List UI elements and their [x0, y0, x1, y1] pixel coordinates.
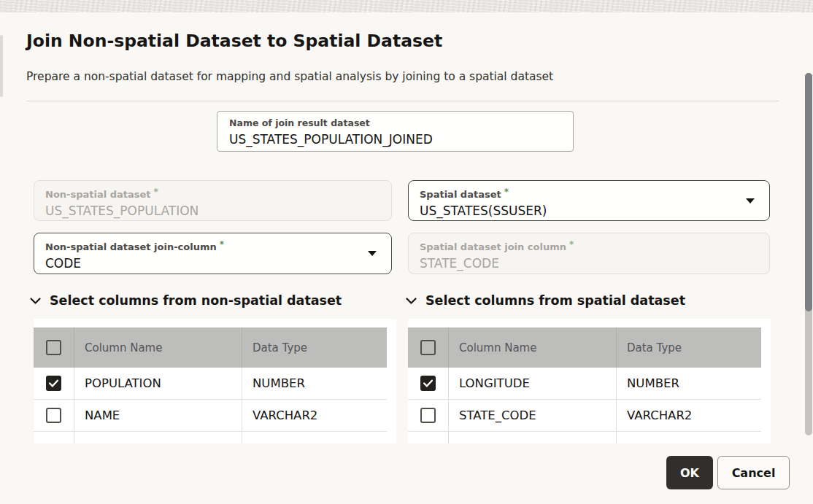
select-all-cell — [408, 327, 449, 368]
dropdown-caret-icon[interactable] — [368, 251, 377, 256]
table-row[interactable]: POPULATION NUMBER — [34, 368, 387, 400]
checkbox-cell — [408, 400, 449, 431]
join-result-name-input[interactable]: Name of join result dataset US_STATES_PO… — [217, 111, 574, 152]
data-type-cell: NUMBER — [617, 368, 761, 399]
row-checkbox[interactable] — [420, 408, 436, 423]
spatial-dataset-select[interactable]: Spatial dataset* US_STATES(SSUSER) — [408, 180, 770, 221]
spatial-columns-section-toggle[interactable]: Select columns from spatial dataset — [405, 293, 685, 308]
table-row[interactable]: LONGITUDE NUMBER — [408, 368, 761, 400]
data-type-cell: VARCHAR2 — [242, 400, 387, 431]
row-checkbox[interactable] — [46, 408, 61, 423]
data-type-header: Data Type — [242, 327, 387, 368]
dialog-description: Prepare a non-spatial dataset for mappin… — [26, 70, 553, 83]
table-row-partial — [34, 432, 387, 443]
non-spatial-join-column-label: Non-spatial dataset join-column* — [45, 239, 380, 253]
scrollbar-thumb[interactable] — [805, 73, 812, 311]
table-header-row: Column Name Data Type — [408, 327, 761, 368]
row-checkbox[interactable] — [46, 376, 61, 391]
ok-button[interactable]: OK — [666, 456, 713, 489]
required-asterisk: * — [569, 239, 574, 249]
column-name-cell: STATE_CODE — [449, 400, 617, 431]
spatial-join-column-label: Spatial dataset join column* — [420, 239, 758, 253]
section-heading-spatial: Select columns from spatial dataset — [425, 293, 685, 308]
field-label-text: Non-spatial dataset join-column — [45, 241, 217, 252]
table-header-row: Column Name Data Type — [34, 327, 387, 368]
table-row[interactable]: STATE_CODE VARCHAR2 — [408, 400, 761, 432]
non-spatial-dataset-label: Non-spatial dataset* — [45, 186, 380, 201]
column-name-cell: NAME — [74, 400, 242, 431]
left-edge-scrollbar — [0, 35, 3, 97]
divider — [26, 101, 779, 101]
column-name-cell — [449, 432, 617, 443]
cell-text: NUMBER — [253, 376, 305, 390]
column-name-cell: POPULATION — [74, 368, 242, 399]
row-checkbox[interactable] — [420, 376, 436, 391]
cell-text: VARCHAR2 — [253, 408, 317, 422]
non-spatial-columns-table: Column Name Data Type POPULATION NUMBER … — [34, 319, 396, 443]
field-label-text: Spatial dataset join column — [420, 241, 566, 252]
cancel-button[interactable]: Cancel — [717, 456, 790, 489]
spatial-join-column-field: Spatial dataset join column* STATE_CODE — [408, 233, 770, 274]
select-all-checkbox[interactable] — [46, 340, 61, 355]
join-dialog: Join Non-spatial Dataset to Spatial Data… — [0, 0, 813, 504]
column-name-cell — [74, 432, 242, 443]
cell-text: NUMBER — [627, 376, 679, 390]
checkbox-cell — [34, 432, 74, 443]
checkbox-cell — [408, 368, 449, 399]
data-type-cell — [242, 432, 387, 443]
data-type-header: Data Type — [617, 327, 761, 368]
non-spatial-join-column-select[interactable]: Non-spatial dataset join-column* CODE — [34, 233, 392, 274]
chevron-down-icon[interactable] — [405, 295, 417, 307]
select-all-checkbox[interactable] — [420, 340, 436, 355]
scrollbar-track[interactable] — [805, 73, 812, 435]
join-result-name-value[interactable]: US_STATES_POPULATION_JOINED — [229, 131, 561, 148]
spatial-columns-table: Column Name Data Type LONGITUDE NUMBER S… — [408, 319, 771, 443]
non-spatial-dataset-field: Non-spatial dataset* US_STATES_POPULATIO… — [34, 180, 392, 221]
required-asterisk: * — [220, 239, 224, 249]
spatial-dataset-label: Spatial dataset* — [420, 186, 758, 201]
required-asterisk: * — [154, 187, 158, 197]
column-name-cell: LONGITUDE — [449, 368, 617, 399]
cell-text: LONGITUDE — [459, 376, 530, 390]
chevron-down-icon[interactable] — [29, 295, 42, 307]
window-texture-strip — [0, 0, 813, 12]
table-row[interactable]: NAME VARCHAR2 — [34, 400, 387, 432]
column-name-header: Column Name — [449, 327, 617, 368]
non-spatial-columns-section-toggle[interactable]: Select columns from non-spatial dataset — [29, 293, 342, 308]
cell-text: POPULATION — [85, 376, 161, 390]
field-label-text: Non-spatial dataset — [45, 189, 151, 200]
checkbox-cell — [34, 400, 74, 431]
cell-text: VARCHAR2 — [627, 408, 692, 422]
checkbox-cell — [408, 432, 449, 443]
dropdown-caret-icon[interactable] — [746, 198, 755, 203]
header-label: Data Type — [253, 341, 307, 354]
cell-text: STATE_CODE — [459, 408, 536, 422]
section-heading-non-spatial: Select columns from non-spatial dataset — [50, 293, 342, 308]
data-type-cell — [617, 432, 761, 443]
page-title: Join Non-spatial Dataset to Spatial Data… — [26, 31, 442, 51]
field-label-text: Spatial dataset — [420, 189, 501, 200]
join-result-name-label: Name of join result dataset — [229, 117, 561, 129]
header-label: Data Type — [627, 341, 682, 354]
header-label: Column Name — [459, 341, 536, 354]
non-spatial-dataset-value: US_STATES_POPULATION — [45, 202, 380, 220]
non-spatial-join-column-value[interactable]: CODE — [45, 255, 380, 272]
header-label: Column Name — [85, 341, 162, 354]
required-asterisk: * — [504, 187, 509, 197]
cell-text: NAME — [85, 408, 120, 422]
table-row-partial — [408, 432, 761, 443]
column-name-header: Column Name — [74, 327, 242, 368]
spatial-join-column-value: STATE_CODE — [420, 255, 758, 272]
data-type-cell: VARCHAR2 — [617, 400, 761, 431]
checkbox-cell — [34, 368, 74, 399]
data-type-cell: NUMBER — [242, 368, 387, 399]
select-all-cell — [34, 327, 74, 368]
spatial-dataset-value[interactable]: US_STATES(SSUSER) — [420, 202, 758, 220]
